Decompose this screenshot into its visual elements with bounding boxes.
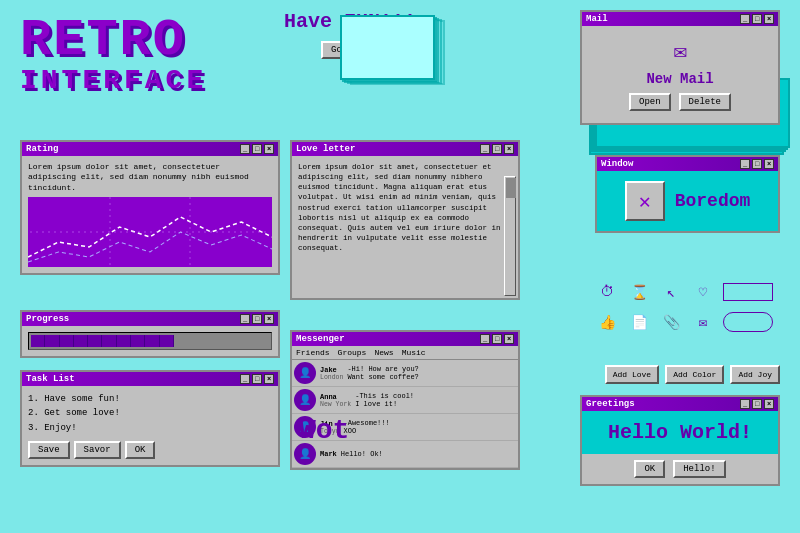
menu-groups[interactable]: Groups [338,348,367,357]
greet-min[interactable]: _ [740,399,750,409]
progress-bar-outer [28,332,272,350]
clock-icon[interactable]: ⏱ [595,280,619,304]
boredom-text: Boredom [675,191,751,211]
heart-icon[interactable]: ♡ [691,280,715,304]
love-letter-window: Love letter _ □ × Lorem ipsum dolor sit … [290,140,520,300]
prog-max[interactable]: □ [252,314,262,324]
greet-close[interactable]: × [764,399,774,409]
hourglass-icon[interactable]: ⌛ [627,280,651,304]
love-letter-scrollbar[interactable] [504,176,516,296]
greetings-ok-button[interactable]: OK [634,460,665,478]
messenger-title-label: Messenger [296,334,345,344]
avatar-mark: 👤 [294,443,316,465]
jin-message: -Awesome!!! XOO [344,419,516,435]
mark-name: Mark [320,450,337,458]
title-bar-controls: _ □ × [740,14,774,24]
delete-mail-button[interactable]: Delete [679,93,731,111]
progress-title-label: Progress [26,314,69,324]
doc-icon[interactable]: 📄 [627,310,651,334]
task-buttons: Save Savor OK [28,441,272,459]
title-area: RETRO INTERFACE [20,15,207,95]
add-love-button[interactable]: Add Love [605,365,659,384]
scroll-thumb[interactable] [506,178,516,198]
add-joy-button[interactable]: Add Joy [730,365,780,384]
new-mail-buttons: Open Delete [588,93,772,117]
greetings-title-label: Greetings [586,399,635,409]
icon-row-2: 👍 📄 📎 ✉ [595,310,780,334]
love-close[interactable]: × [504,144,514,154]
close-btn[interactable]: × [764,14,774,24]
savor-button[interactable]: Savor [74,441,121,459]
task-max[interactable]: □ [252,374,262,384]
new-mail-heading: New Mail [588,71,772,87]
task-content: 1. Have some fun! 2. Get some love! 3. E… [22,386,278,465]
menu-friends[interactable]: Friends [296,348,330,357]
save-button[interactable]: Save [28,441,70,459]
anna-location: New York [320,401,351,408]
love-letter-controls: _ □ × [480,144,514,154]
task-controls: _ □ × [240,374,274,384]
rating-title-bar: Rating _ □ × [22,142,278,156]
love-letter-content: Lorem ipsum dolor sit amet, consectetuer… [292,156,518,298]
love-letter-title-label: Love letter [296,144,355,154]
ok-button[interactable]: OK [125,441,156,459]
greet-max[interactable]: □ [752,399,762,409]
minimize-btn[interactable]: _ [740,14,750,24]
maximize-btn[interactable]: □ [752,14,762,24]
love-max[interactable]: □ [492,144,502,154]
bore-min[interactable]: _ [740,159,750,169]
msg-min[interactable]: _ [480,334,490,344]
rating-controls: _ □ × [240,144,274,154]
rating-content: Lorem ipsum dolor sit amet, consectetuer… [22,156,278,273]
greetings-hello-button[interactable]: Hello! [673,460,725,478]
add-color-button[interactable]: Add Color [665,365,724,384]
progress-window: Progress _ □ × [20,310,280,358]
task-close[interactable]: × [264,374,274,384]
love-min[interactable]: _ [480,144,490,154]
rating-close[interactable]: × [264,144,274,154]
boredom-window: Window _ □ × ✕ Boredom [595,155,780,233]
cursor-icon[interactable]: ↖ [659,280,683,304]
anna-message: -This is cool! I love it! [355,392,516,408]
new-mail-title-label: Mail [586,14,608,24]
jake-message: -Hi! How are you? Want some coffee? [347,365,516,381]
new-mail-title-bar: Mail _ □ × [582,12,778,26]
mark-message: Hello! Ok! [341,450,516,458]
icon-row-1: ⏱ ⌛ ↖ ♡ [595,280,780,304]
task-title-label: Task List [26,374,75,384]
love-letter-text: Lorem ipsum dolor sit amet, consectetuer… [298,162,502,292]
progress-title-bar: Progress _ □ × [22,312,278,326]
thumbs-icon[interactable]: 👍 [595,310,619,334]
clip-icon[interactable]: 📎 [659,310,683,334]
menu-news[interactable]: News [374,348,393,357]
greetings-text: Hello World! [592,421,768,444]
task-item-2: 2. Get some love! [28,406,272,420]
x-button[interactable]: ✕ [625,181,665,221]
prog-min[interactable]: _ [240,314,250,324]
icon-placeholder-2 [723,312,773,332]
mail-small-icon[interactable]: ✉ [691,310,715,334]
messenger-controls: _ □ × [480,334,514,344]
icon-placeholder-1 [723,283,773,301]
rating-min[interactable]: _ [240,144,250,154]
chart-grid [28,197,272,267]
title-sub: INTERFACE [20,67,207,95]
love-letter-title-bar: Love letter _ □ × [292,142,518,156]
action-buttons: Add Love Add Color Add Joy [605,365,780,384]
msg-max[interactable]: □ [492,334,502,344]
menu-music[interactable]: Music [402,348,426,357]
greetings-window: Greetings _ □ × Hello World! OK Hello! [580,395,780,486]
prog-close[interactable]: × [264,314,274,324]
bore-close[interactable]: × [764,159,774,169]
messenger-window: Messenger _ □ × Friends Groups News Musi… [290,330,520,470]
task-min[interactable]: _ [240,374,250,384]
bore-max[interactable]: □ [752,159,762,169]
task-item-3: 3. Enjoy! [28,421,272,435]
open-mail-button[interactable]: Open [629,93,671,111]
greetings-content: Hello World! [582,411,778,454]
new-mail-window: Mail _ □ × ✉ New Mail Open Delete [580,10,780,125]
icon-grid: ⏱ ⌛ ↖ ♡ 👍 📄 📎 ✉ [595,280,780,340]
msg-close[interactable]: × [504,334,514,344]
rating-text: Lorem ipsum dolor sit amet, consectetuer… [28,162,272,193]
rating-max[interactable]: □ [252,144,262,154]
